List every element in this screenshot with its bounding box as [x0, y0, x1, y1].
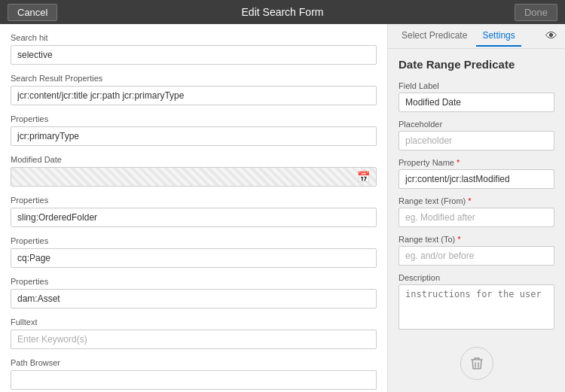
form-group-property-name: Property Name * — [399, 158, 554, 189]
modified-date-row: 📅 — [11, 167, 377, 187]
field-label-properties-1: Properties — [11, 114, 377, 123]
calendar-icon[interactable]: 📅 — [351, 168, 376, 186]
done-button[interactable]: Done — [515, 4, 557, 21]
field-label-search-hit: Search hit — [11, 33, 377, 42]
tab-select-predicate[interactable]: Select Predicate — [396, 26, 473, 47]
delete-btn-wrap — [399, 339, 554, 383]
form-label-placeholder: Placeholder — [399, 120, 554, 129]
range-from-input[interactable] — [399, 208, 554, 227]
right-panel: Select Predicate Settings 👁 Date Range P… — [388, 24, 565, 392]
tabs-row: Select Predicate Settings 👁 — [388, 24, 565, 49]
tab-settings[interactable]: Settings — [476, 26, 521, 47]
page-title: Edit Search Form — [242, 6, 324, 18]
field-group-path-browser: Path Browser — [11, 358, 377, 390]
field-group-properties-2: Properties — [11, 196, 377, 227]
required-marker-range-to: * — [457, 235, 460, 244]
field-label-path-browser: Path Browser — [11, 358, 377, 367]
field-label-properties-2: Properties — [11, 196, 377, 205]
required-marker-property-name: * — [457, 158, 460, 167]
range-to-input[interactable] — [399, 246, 554, 266]
modified-date-input[interactable] — [11, 168, 351, 186]
left-panel: Search hit Search Result Properties Prop… — [0, 24, 388, 392]
fulltext-input[interactable] — [11, 330, 377, 349]
form-group-field-label: Field Label — [399, 81, 554, 112]
properties-1-input[interactable] — [11, 126, 377, 146]
header: Cancel Edit Search Form Done — [0, 0, 565, 24]
search-hit-input[interactable] — [11, 45, 377, 65]
field-group-properties-1: Properties — [11, 114, 377, 146]
field-label-properties-4: Properties — [11, 277, 377, 286]
form-label-range-to: Range text (To) * — [399, 235, 554, 244]
field-label-modified-date: Modified Date — [11, 155, 377, 164]
field-label-search-result-props: Search Result Properties — [11, 74, 377, 83]
section-title: Date Range Predicate — [399, 58, 554, 71]
properties-4-input[interactable] — [11, 289, 377, 308]
field-label-input[interactable] — [399, 93, 554, 112]
field-group-search-hit: Search hit — [11, 33, 377, 65]
cancel-button[interactable]: Cancel — [8, 4, 57, 21]
form-label-property-name: Property Name * — [399, 158, 554, 167]
search-result-props-input[interactable] — [11, 86, 377, 105]
form-group-placeholder: Placeholder — [399, 120, 554, 150]
form-group-range-to: Range text (To) * — [399, 235, 554, 266]
delete-button[interactable] — [460, 347, 493, 380]
property-name-input[interactable] — [399, 169, 554, 189]
properties-3-input[interactable] — [11, 248, 377, 268]
eye-icon[interactable]: 👁 — [545, 29, 557, 43]
field-group-properties-3: Properties — [11, 236, 377, 268]
field-group-fulltext: Fulltext — [11, 318, 377, 349]
form-label-description: Description — [399, 273, 554, 282]
trash-icon — [469, 355, 485, 372]
right-content: Date Range Predicate Field Label Placeho… — [388, 49, 565, 392]
description-textarea[interactable] — [399, 284, 554, 330]
main-layout: Search hit Search Result Properties Prop… — [0, 24, 565, 392]
form-label-range-from: Range text (From) * — [399, 196, 554, 205]
path-browser-input[interactable] — [11, 370, 377, 390]
placeholder-input[interactable] — [399, 131, 554, 150]
field-group-modified-date: Modified Date 📅 — [11, 155, 377, 187]
form-group-description: Description — [399, 273, 554, 332]
form-group-range-from: Range text (From) * — [399, 196, 554, 227]
field-group-search-result-props: Search Result Properties — [11, 74, 377, 105]
properties-2-input[interactable] — [11, 208, 377, 227]
field-group-properties-4: Properties — [11, 277, 377, 308]
form-label-field-label: Field Label — [399, 81, 554, 90]
field-label-properties-3: Properties — [11, 236, 377, 245]
required-marker-range-from: * — [468, 196, 471, 205]
field-label-fulltext: Fulltext — [11, 318, 377, 327]
